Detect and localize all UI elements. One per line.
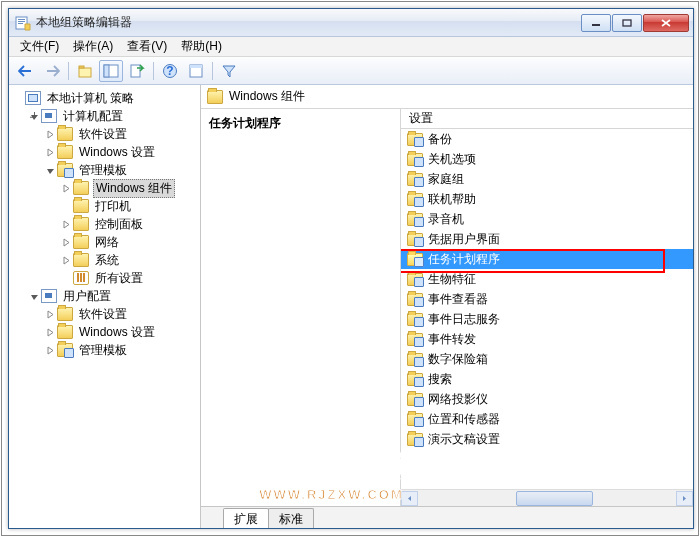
filter-button[interactable] [217, 60, 241, 82]
settings-row[interactable]: 演示文稿设置 [401, 429, 693, 449]
nav-back-button[interactable] [14, 60, 38, 82]
folder-setting-icon [407, 313, 423, 326]
settings-row[interactable]: 任务计划程序 [401, 249, 693, 269]
properties-button[interactable] [184, 60, 208, 82]
tree-software-settings[interactable]: 软件设置 [11, 125, 198, 143]
svg-rect-2 [18, 21, 25, 22]
folder-setting-icon [407, 393, 423, 406]
settings-row[interactable]: 搜索 [401, 369, 693, 389]
settings-row-label: 联机帮助 [428, 191, 476, 208]
show-hide-tree-button[interactable] [99, 60, 123, 82]
expand-icon[interactable] [59, 235, 73, 249]
settings-row-label: 位置和传感器 [428, 411, 500, 428]
folder-icon [73, 217, 89, 231]
settings-row[interactable]: 位置和传感器 [401, 409, 693, 429]
tab-standard[interactable]: 标准 [268, 508, 314, 528]
tree-network[interactable]: 网络 [11, 233, 198, 251]
column-header-setting[interactable]: 设置 [401, 109, 693, 129]
settings-row[interactable]: 网络投影仪 [401, 389, 693, 409]
settings-row[interactable]: 关机选项 [401, 149, 693, 169]
svg-rect-9 [104, 65, 109, 77]
folder-setting-icon [57, 163, 73, 177]
collapse-icon[interactable] [27, 109, 41, 123]
tree-root[interactable]: 本地计算机 策略 [11, 89, 198, 107]
folder-open-icon [207, 90, 223, 104]
tree-windows-settings[interactable]: Windows 设置 [11, 143, 198, 161]
settings-row[interactable]: 数字保险箱 [401, 349, 693, 369]
horizontal-scrollbar[interactable] [401, 489, 693, 506]
expand-icon[interactable] [59, 217, 73, 231]
tree-computer-config[interactable]: 计算机配置 [11, 107, 198, 125]
collapse-icon[interactable] [27, 289, 41, 303]
folder-setting-icon [57, 343, 73, 357]
tab-extended[interactable]: 扩展 [223, 508, 269, 528]
folder-setting-icon [407, 213, 423, 226]
menu-help[interactable]: 帮助(H) [174, 36, 229, 57]
expand-icon[interactable] [59, 253, 73, 267]
settings-row-label: 关机选项 [428, 151, 476, 168]
maximize-button[interactable] [612, 14, 642, 32]
tree-admin-templates[interactable]: 管理模板 [11, 161, 198, 179]
scroll-right-icon[interactable] [676, 491, 693, 506]
settings-row[interactable]: 凭据用户界面 [401, 229, 693, 249]
tree-printers[interactable]: 打印机 [11, 197, 198, 215]
details-panel: Windows 组件 任务计划程序 设置 备份关机选项家庭组联机帮助录音机凭据用… [201, 85, 693, 528]
settings-row-label: 家庭组 [428, 171, 464, 188]
settings-row[interactable]: 录音机 [401, 209, 693, 229]
selected-item-heading: 任务计划程序 [209, 115, 392, 132]
minimize-button[interactable] [581, 14, 611, 32]
menu-view[interactable]: 查看(V) [120, 36, 174, 57]
up-level-button[interactable] [73, 60, 97, 82]
menu-bar: 文件(F) 操作(A) 查看(V) 帮助(H) [9, 37, 693, 57]
settings-row[interactable]: 备份 [401, 129, 693, 149]
tree-windows-components[interactable]: Windows 组件 [11, 179, 198, 197]
folder-setting-icon [407, 373, 423, 386]
expand-icon[interactable] [59, 181, 73, 195]
expand-icon[interactable] [43, 325, 57, 339]
scroll-thumb[interactable] [516, 491, 593, 506]
all-settings-icon [73, 271, 89, 285]
export-list-button[interactable] [125, 60, 149, 82]
close-button[interactable] [643, 14, 689, 32]
tree-control-panel[interactable]: 控制面板 [11, 215, 198, 233]
settings-row[interactable]: 事件查看器 [401, 289, 693, 309]
folder-setting-icon [407, 293, 423, 306]
settings-panel: 设置 备份关机选项家庭组联机帮助录音机凭据用户界面任务计划程序生物特征事件查看器… [401, 109, 693, 506]
settings-row[interactable]: 事件转发 [401, 329, 693, 349]
breadcrumb-label: Windows 组件 [229, 88, 305, 105]
tree-u-software-settings[interactable]: 软件设置 [11, 305, 198, 323]
settings-row[interactable]: 事件日志服务 [401, 309, 693, 329]
settings-row-label: 备份 [428, 131, 452, 148]
help-button[interactable]: ? [158, 60, 182, 82]
tree-system[interactable]: 系统 [11, 251, 198, 269]
folder-setting-icon [407, 153, 423, 166]
settings-row[interactable]: 生物特征 [401, 269, 693, 289]
expand-icon[interactable] [43, 145, 57, 159]
folder-setting-icon [407, 433, 423, 446]
title-bar[interactable]: 本地组策略编辑器 [9, 9, 693, 37]
collapse-icon[interactable] [43, 163, 57, 177]
folder-icon [57, 145, 73, 159]
tree-user-config[interactable]: 用户配置 [11, 287, 198, 305]
menu-action[interactable]: 操作(A) [66, 36, 120, 57]
user-config-icon [41, 289, 57, 303]
expand-icon[interactable] [43, 343, 57, 357]
tree-panel[interactable]: 本地计算机 策略 计算机配置 软件设置 Windows 设置 管理模板 Wind… [9, 85, 201, 528]
folder-icon [73, 199, 89, 213]
tree-u-admin-templates[interactable]: 管理模板 [11, 341, 198, 359]
settings-row[interactable]: 联机帮助 [401, 189, 693, 209]
app-window: 本地组策略编辑器 文件(F) 操作(A) 查看(V) 帮助(H) ? 本地计算机… [8, 8, 694, 529]
expand-icon[interactable] [43, 307, 57, 321]
folder-setting-icon [407, 133, 423, 146]
nav-forward-button[interactable] [40, 60, 64, 82]
settings-row[interactable]: 家庭组 [401, 169, 693, 189]
tree-u-windows-settings[interactable]: Windows 设置 [11, 323, 198, 341]
tree-all-settings[interactable]: 所有设置 [11, 269, 198, 287]
settings-list[interactable]: 备份关机选项家庭组联机帮助录音机凭据用户界面任务计划程序生物特征事件查看器事件日… [401, 129, 693, 489]
svg-rect-7 [79, 66, 84, 68]
app-icon [15, 15, 31, 31]
menu-file[interactable]: 文件(F) [13, 36, 66, 57]
scroll-left-icon[interactable] [401, 491, 418, 506]
expand-icon[interactable] [43, 127, 57, 141]
folder-icon [73, 235, 89, 249]
